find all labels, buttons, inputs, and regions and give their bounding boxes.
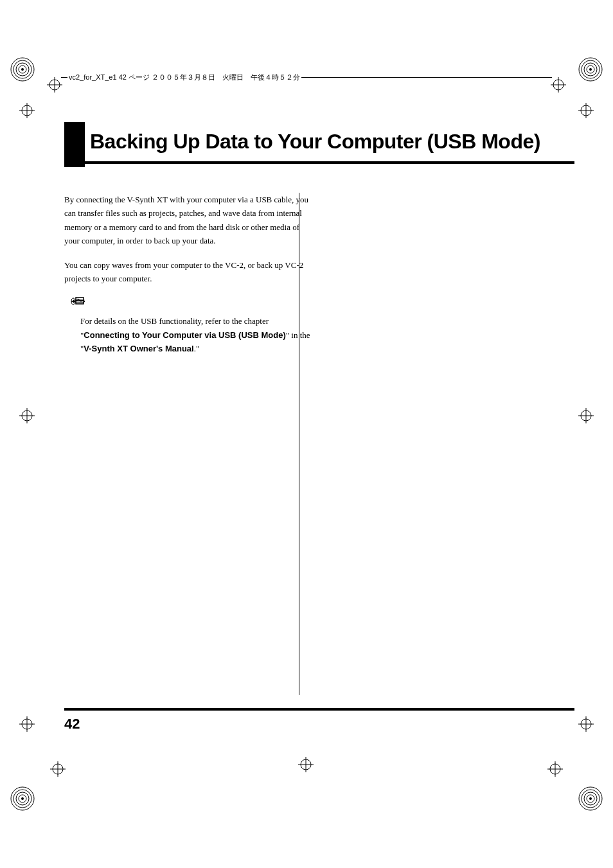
reference-icon [71, 296, 312, 310]
registration-crosshair [50, 761, 66, 777]
registration-mark-corner [578, 57, 603, 82]
registration-mark-corner [10, 57, 35, 82]
registration-crosshair [578, 103, 594, 118]
chapter-tab [64, 122, 85, 167]
ref-bold-manual: V-Synth XT Owner's Manual [84, 344, 193, 353]
registration-crosshair [19, 103, 35, 118]
registration-crosshair [578, 408, 594, 423]
paragraph-reference: For details on the USB functionality, re… [80, 314, 312, 355]
ref-bold-chapter: Connecting to Your Computer via USB (USB… [84, 330, 285, 340]
registration-crosshair [19, 716, 35, 732]
header-file-info: vc2_for_XT_e1 42 ページ ２００５年３月８日 火曜日 午後４時５… [67, 73, 301, 82]
registration-crosshair [19, 408, 35, 423]
registration-mark-corner [10, 786, 35, 811]
registration-crosshair [47, 77, 62, 93]
svg-point-4 [21, 68, 24, 71]
svg-point-14 [21, 797, 24, 800]
svg-point-9 [589, 68, 592, 71]
paragraph-intro: By connecting the V-Synth XT with your c… [64, 193, 312, 248]
body-text-column: By connecting the V-Synth XT with your c… [64, 193, 312, 355]
title-underline [64, 161, 574, 164]
registration-crosshair [547, 761, 563, 777]
page-number: 42 [64, 716, 80, 732]
chapter-title: Backing Up Data to Your Computer (USB Mo… [90, 122, 574, 154]
registration-crosshair [298, 757, 314, 772]
svg-point-19 [589, 797, 592, 800]
registration-crosshair [551, 77, 566, 93]
paragraph-copy: You can copy waves from your computer to… [64, 258, 312, 286]
main-content: Backing Up Data to Your Computer (USB Mo… [64, 122, 574, 366]
registration-crosshair [578, 716, 594, 732]
registration-mark-corner [578, 786, 603, 811]
column-divider [299, 193, 299, 695]
ref-text-end: ." [194, 344, 200, 353]
footer-rule [64, 708, 574, 711]
